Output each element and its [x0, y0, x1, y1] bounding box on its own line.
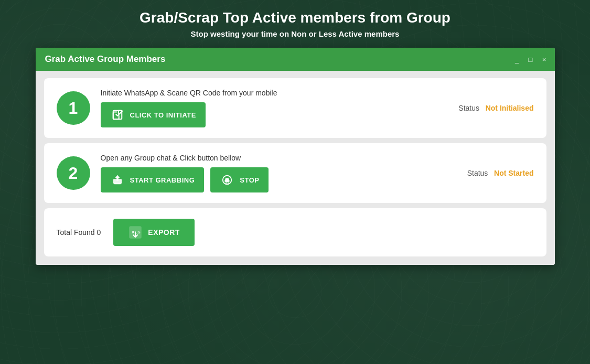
export-card: Total Found 0 XLS EXPORT	[44, 208, 546, 256]
step2-content: Open any Group chat & Click button bello…	[101, 154, 457, 192]
stop-button[interactable]: STOP	[210, 167, 269, 192]
export-button-label: EXPORT	[148, 228, 180, 237]
grab-icon	[110, 173, 125, 187]
svg-rect-5	[114, 183, 121, 185]
svg-text:XLS: XLS	[132, 230, 141, 234]
step1-status-label: Status	[458, 104, 479, 112]
step2-instruction: Open any Group chat & Click button bello…	[101, 154, 457, 162]
total-found-label: Total Found 0	[57, 228, 101, 237]
start-grabbing-label: START GRABBING	[130, 176, 195, 184]
step2-status-value: Not Started	[494, 169, 533, 177]
step1-status: Status Not Initialised	[458, 104, 533, 112]
step1-content: Initiate WhatsApp & Scane QR Code from y…	[101, 89, 448, 127]
step2-buttons: START GRABBING STOP	[101, 167, 457, 192]
app-window: Grab Active Group Members _ □ × 1 Initia…	[36, 48, 555, 265]
step2-card: 2 Open any Group chat & Click button bel…	[44, 143, 546, 203]
window-controls: _ □ ×	[513, 55, 549, 63]
step1-status-value: Not Initialised	[486, 104, 534, 112]
export-button[interactable]: XLS EXPORT	[113, 219, 195, 246]
initiate-button[interactable]: CLICK TO INITIATE	[101, 102, 206, 127]
start-grabbing-button[interactable]: START GRABBING	[101, 167, 205, 192]
close-button[interactable]: ×	[540, 55, 549, 63]
step1-instruction: Initiate WhatsApp & Scane QR Code from y…	[101, 89, 448, 97]
step1-buttons: CLICK TO INITIATE	[101, 102, 448, 127]
step2-status: Status Not Started	[467, 169, 534, 177]
export-icon: XLS	[128, 225, 143, 240]
page-title: Grab/Scrap Top Active members from Group	[140, 9, 450, 26]
maximize-button[interactable]: □	[527, 55, 535, 63]
minimize-button[interactable]: _	[513, 55, 521, 63]
titlebar: Grab Active Group Members _ □ ×	[36, 48, 555, 71]
launch-icon	[110, 108, 125, 122]
step2-status-label: Status	[467, 169, 488, 177]
stop-icon	[220, 173, 234, 187]
step1-circle: 1	[57, 91, 90, 125]
titlebar-title: Grab Active Group Members	[45, 54, 166, 65]
svg-rect-7	[226, 178, 229, 181]
initiate-button-label: CLICK TO INITIATE	[130, 111, 196, 119]
step2-circle: 2	[57, 156, 90, 190]
stop-label: STOP	[240, 176, 259, 184]
window-body: 1 Initiate WhatsApp & Scane QR Code from…	[36, 71, 555, 265]
page-subtitle: Stop westing your time on Non or Less Ac…	[191, 29, 400, 38]
step1-card: 1 Initiate WhatsApp & Scane QR Code from…	[44, 78, 546, 138]
